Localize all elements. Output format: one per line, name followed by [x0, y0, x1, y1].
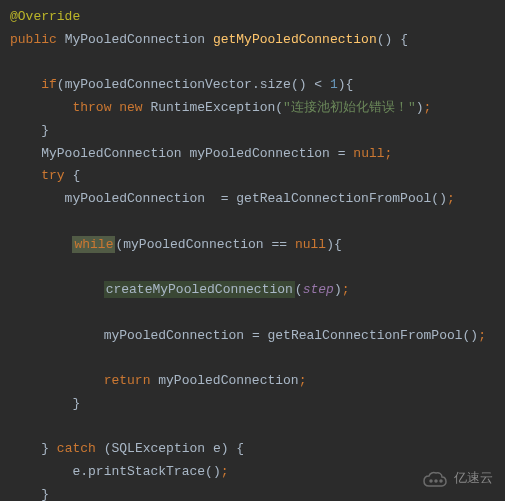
keyword-return: return — [104, 373, 151, 388]
cloud-icon — [422, 471, 448, 489]
keyword-public: public — [10, 32, 57, 47]
code-line: MyPooledConnection myPooledConnection = … — [0, 143, 505, 166]
code-line: @Override — [0, 6, 505, 29]
string-literal: "连接池初始化错误！" — [283, 100, 416, 115]
method-call-highlighted: createMyPooledConnection — [104, 281, 295, 298]
code-line — [0, 256, 505, 279]
svg-point-1 — [435, 480, 437, 482]
keyword-throw: throw — [72, 100, 111, 115]
code-line — [0, 52, 505, 75]
keyword-try: try — [41, 168, 64, 183]
keyword-new: new — [119, 100, 142, 115]
code-line — [0, 302, 505, 325]
code-line — [0, 416, 505, 439]
code-line: return myPooledConnection; — [0, 370, 505, 393]
code-line — [0, 211, 505, 234]
code-line: throw new RuntimeException("连接池初始化错误！"); — [0, 97, 505, 120]
code-line: try { — [0, 165, 505, 188]
watermark-text: 亿速云 — [454, 468, 493, 491]
code-editor[interactable]: @Override public MyPooledConnection getM… — [0, 6, 505, 501]
code-line: myPooledConnection = getRealConnectionFr… — [0, 325, 505, 348]
code-line: myPooledConnection = getRealConnectionFr… — [0, 188, 505, 211]
return-type: MyPooledConnection — [65, 32, 205, 47]
keyword-if: if — [41, 77, 57, 92]
annotation: @Override — [10, 9, 80, 24]
svg-point-2 — [440, 480, 442, 482]
code-line: } catch (SQLException e) { — [0, 438, 505, 461]
keyword-catch: catch — [57, 441, 96, 456]
code-line: public MyPooledConnection getMyPooledCon… — [0, 29, 505, 52]
keyword-while: while — [72, 236, 115, 253]
code-line: } — [0, 393, 505, 416]
svg-point-0 — [430, 480, 432, 482]
code-line: } — [0, 120, 505, 143]
watermark: 亿速云 — [422, 468, 493, 491]
method-declaration: getMyPooledConnection — [213, 32, 377, 47]
code-line: createMyPooledConnection(step); — [0, 279, 505, 302]
parameter: step — [303, 282, 334, 297]
code-line — [0, 347, 505, 370]
code-line: if(myPooledConnectionVector.size() < 1){ — [0, 74, 505, 97]
code-line: while(myPooledConnection == null){ — [0, 234, 505, 257]
